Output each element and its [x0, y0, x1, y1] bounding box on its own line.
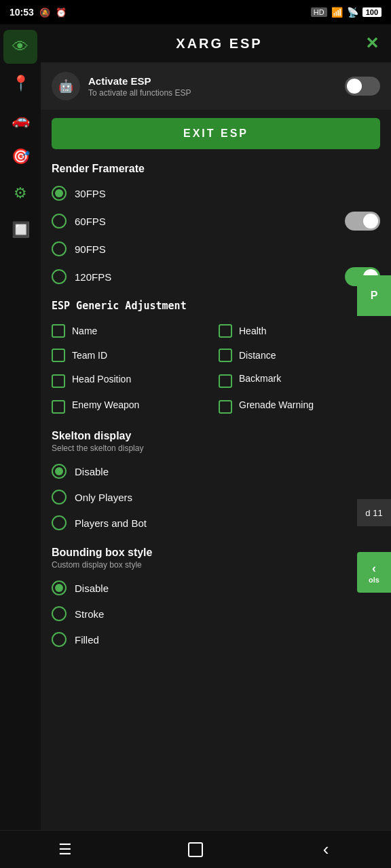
fps-60-label: 60FPS	[75, 216, 337, 227]
bounding-box-section: Bounding box style Custom display box st…	[41, 538, 391, 655]
checkbox-name[interactable]: Name	[52, 319, 213, 343]
alarm-icon: ⏰	[56, 7, 67, 18]
checkbox-enemyweapon-label: Enemy Weapon	[72, 399, 139, 411]
skeleton-disable-option[interactable]: Disable	[52, 458, 380, 484]
checkbox-backmark[interactable]: Backmark	[219, 368, 380, 393]
exit-esp-button[interactable]: EXIT ESP	[52, 118, 380, 149]
radio-bbox-stroke	[52, 606, 67, 621]
right-tab-p[interactable]: P	[357, 275, 391, 316]
eye-icon: 👁	[12, 37, 29, 56]
page-title: XARG ESP	[73, 36, 365, 52]
radio-skeleton-disable	[52, 464, 67, 479]
right-tab-d11[interactable]: d 11	[357, 499, 391, 526]
bbox-filled-option[interactable]: Filled	[52, 627, 380, 652]
radio-bbox-filled	[52, 632, 67, 647]
bbox-filled-label: Filled	[75, 634, 99, 646]
main-panel: XARG ESP ✕ 🤖 Activate ESP To activate al…	[41, 24, 391, 838]
skeleton-bot-label: Players and Bot	[75, 517, 147, 529]
time: 10:53	[10, 7, 34, 18]
battery-icon: 100	[362, 7, 381, 17]
activate-esp-row: 🤖 Activate ESP To activate all functions…	[41, 62, 391, 110]
bounding-subtitle: Custom display box style	[52, 560, 380, 570]
sidebar-item-chip[interactable]: 🔲	[3, 213, 37, 247]
skeleton-players-bot-option[interactable]: Players and Bot	[52, 510, 380, 536]
fps-120-option[interactable]: 120FPS	[52, 262, 380, 292]
fps-60-option[interactable]: 60FPS	[52, 206, 380, 236]
radio-90fps	[52, 241, 67, 256]
checkbox-grenadewarning-label: Grenade Warning	[239, 399, 314, 411]
checkbox-headposition-box	[52, 374, 65, 388]
bbox-disable-option[interactable]: Disable	[52, 575, 380, 601]
home-icon	[188, 842, 203, 857]
fps-30-label: 30FPS	[75, 188, 106, 199]
activate-title: Activate ESP	[88, 75, 337, 87]
radio-skeleton-bot	[52, 515, 67, 530]
bottom-nav-home[interactable]	[168, 836, 223, 863]
sidebar: 👁 📍 🚗 🎯 ⚙ 🔲	[0, 24, 41, 838]
sidebar-item-car[interactable]: 🚗	[3, 103, 37, 137]
checkbox-name-box	[52, 324, 65, 338]
top-bar: XARG ESP ✕	[41, 24, 391, 62]
sidebar-item-target[interactable]: 🎯	[3, 140, 37, 174]
checkbox-distance-box	[219, 349, 232, 362]
sidebar-item-eye[interactable]: 👁	[3, 30, 37, 64]
fps-120-label: 120FPS	[75, 271, 337, 283]
signal-icon: 📶	[331, 7, 343, 18]
checkbox-distance-label: Distance	[239, 350, 276, 361]
checkbox-health[interactable]: Health	[219, 319, 380, 343]
chip-icon: 🔲	[12, 221, 30, 239]
checkbox-teamid-box	[52, 349, 65, 362]
wifi-icon: 📡	[347, 7, 358, 18]
activate-subtitle: To activate all functions ESP	[88, 88, 337, 98]
back-icon: ‹	[323, 839, 329, 860]
checkbox-teamid[interactable]: Team ID	[52, 343, 213, 368]
checkbox-backmark-box	[219, 374, 232, 388]
render-framerate-title: Render Framerate	[52, 163, 380, 175]
checkbox-grenadewarning[interactable]: Grenade Warning	[219, 393, 380, 419]
sidebar-item-location[interactable]: 📍	[3, 66, 37, 100]
bottom-nav-back[interactable]: ‹	[299, 836, 353, 863]
fps-90-option[interactable]: 90FPS	[52, 236, 380, 262]
activate-toggle[interactable]	[345, 77, 380, 96]
checkbox-enemyweapon-box	[52, 400, 65, 414]
radio-120fps	[52, 269, 67, 284]
bbox-disable-label: Disable	[75, 583, 109, 594]
fps-30-option[interactable]: 30FPS	[52, 180, 380, 206]
checkbox-enemyweapon[interactable]: Enemy Weapon	[52, 393, 213, 419]
esp-generic-grid: Name Health Team ID Distance	[52, 319, 380, 419]
checkbox-name-label: Name	[72, 326, 97, 336]
render-framerate-section: Render Framerate 30FPS 60FPS 90FPS	[41, 157, 391, 294]
close-icon[interactable]: ✕	[365, 34, 379, 53]
hd-badge: HD	[311, 7, 327, 17]
bottom-nav: ☰ ‹	[0, 830, 391, 868]
radio-bbox-disable	[52, 580, 67, 595]
checkbox-backmark-label: Backmark	[239, 373, 281, 384]
bbox-stroke-option[interactable]: Stroke	[52, 601, 380, 627]
bounding-title: Bounding box style	[52, 547, 380, 559]
checkbox-headposition-label: Head Position	[72, 373, 131, 385]
checkbox-distance[interactable]: Distance	[219, 343, 380, 368]
radio-skeleton-only	[52, 490, 67, 505]
esp-generic-section: ESP Generic Adjustment Name Health Team …	[41, 294, 391, 422]
checkbox-teamid-label: Team ID	[72, 350, 107, 361]
target-icon: 🎯	[12, 148, 30, 165]
status-right: HD 📶 📡 100	[311, 7, 381, 18]
activate-text: Activate ESP To activate all functions E…	[88, 75, 337, 98]
skeleton-only-players-option[interactable]: Only Players	[52, 484, 380, 510]
checkbox-health-label: Health	[239, 326, 266, 336]
checkbox-headposition[interactable]: Head Position	[52, 368, 213, 393]
fps-90-label: 90FPS	[75, 243, 106, 255]
bottom-nav-menu[interactable]: ☰	[38, 836, 92, 863]
skeleton-display-section: Skelton display Select the skelton displ…	[41, 422, 391, 538]
sidebar-item-settings[interactable]: ⚙	[3, 176, 37, 210]
fps-60-toggle[interactable]	[345, 212, 380, 231]
skeleton-subtitle: Select the skelton display	[52, 443, 380, 453]
status-bar: 10:53 🔕 ⏰ HD 📶 📡 100	[0, 0, 391, 24]
skeleton-title: Skelton display	[52, 430, 380, 442]
hamburger-icon: ☰	[58, 841, 72, 859]
radio-60fps	[52, 214, 67, 229]
esp-generic-title: ESP Generic Adjustment	[52, 300, 380, 312]
settings-icon: ⚙	[14, 184, 27, 202]
skeleton-disable-label: Disable	[75, 466, 109, 477]
right-tab-tools[interactable]: ‹ ols	[357, 552, 391, 593]
